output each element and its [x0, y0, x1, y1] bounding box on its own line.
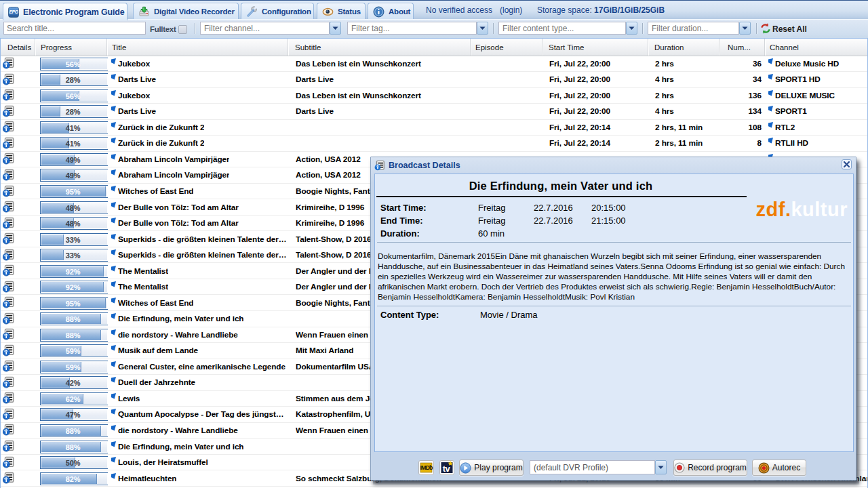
svg-text:IMDb: IMDb	[420, 464, 433, 471]
svg-text:EPG: EPG	[9, 9, 18, 14]
